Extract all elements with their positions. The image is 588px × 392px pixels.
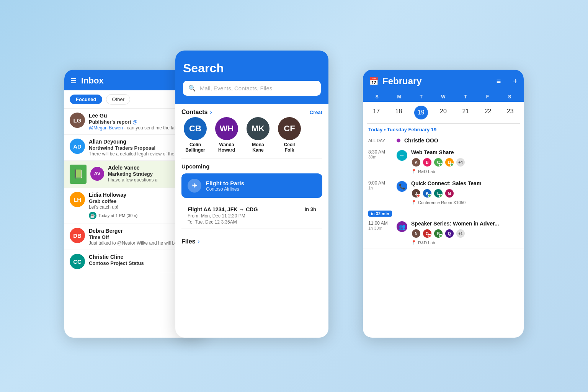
files-title: Files	[181, 238, 195, 245]
calendar-month-title: February	[382, 76, 493, 87]
search-screen: Search 🔍 Mail, Events, Contacts, Files C…	[175, 51, 328, 338]
calendar-plus-icon[interactable]: +	[513, 77, 518, 86]
avatar-mona: MK	[247, 117, 270, 140]
flight-icon: ✈	[188, 179, 201, 193]
contacts-chevron-icon[interactable]: ›	[210, 109, 212, 116]
search-placeholder: Mail, Events, Contacts, Files	[200, 85, 272, 91]
allday-event-christie[interactable]: ALL DAY Christie OOO	[363, 135, 524, 146]
book-icon: 📗	[70, 165, 87, 184]
search-header: Search 🔍 Mail, Events, Contacts, Files	[175, 51, 328, 104]
event-chip: ☕ Today at 1 PM (30m)	[89, 212, 137, 219]
avatar-christie: CC	[70, 254, 85, 269]
avatar-debra: DB	[70, 228, 85, 243]
contacts-section-title: Contacts	[181, 109, 207, 116]
flight-detail-title-text: Flight AA 1234, JFK → CDG	[188, 206, 258, 212]
upcoming-title: Upcoming	[181, 163, 322, 170]
contact-cecil[interactable]: CF CecilFolk	[276, 117, 303, 153]
calendar-weekdays: S M T W T F S	[363, 92, 524, 102]
avatar-lidia: LH	[70, 192, 85, 207]
quick-connect-icon: 📞	[397, 181, 407, 192]
calendar-dates: 17 18 19 20 21 22 23	[363, 102, 524, 123]
search-icon: 🔍	[188, 85, 196, 92]
event-quick-connect[interactable]: 9:00 AM 1h 📞 Quick Connect: Sales Team J…	[363, 177, 524, 208]
contact-name-cecil: CecilFolk	[284, 142, 295, 153]
flight-to: To: Tue, Dec 12 3:35AM	[188, 219, 316, 225]
speaker-series-icon: 👥	[397, 221, 407, 232]
mail-content-adele: AV Adele Vance Marketing Strategy I have…	[90, 165, 157, 183]
avatar-cecil: CF	[278, 117, 301, 140]
location-icon: 📍	[411, 169, 416, 174]
calendar-screen: 📅 February ≡ + S M T W T F S 17 18 19 20…	[363, 70, 524, 338]
coffee-icon: ☕	[89, 212, 96, 219]
flight-card[interactable]: ✈ Flight to Paris Contoso Airlines	[181, 173, 322, 198]
calendar-icon: 📅	[369, 77, 379, 86]
calendar-list-icon[interactable]: ≡	[497, 77, 501, 86]
today-date-cell[interactable]: 19	[414, 106, 428, 119]
contacts-row: CB ColinBallinger WH WandaHoward MK Mona…	[175, 117, 328, 158]
flight-in-time: In 3h	[305, 206, 316, 212]
contact-wanda[interactable]: WH WandaHoward	[213, 117, 240, 153]
web-team-avatars: A B C D +4	[411, 157, 518, 167]
contact-colin[interactable]: CB ColinBallinger	[181, 117, 209, 153]
today-label: Today • Tuesday February 19	[363, 124, 524, 135]
avatar-adele: AV	[90, 167, 104, 181]
avatar-lee-gu: LG	[70, 113, 85, 128]
flight-detail-row[interactable]: Flight AA 1234, JFK → CDG In 3h From: Mo…	[181, 203, 322, 229]
tab-other[interactable]: Other	[106, 94, 130, 105]
in-badge: in 32 min	[368, 211, 392, 217]
calendar-header: 📅 February ≡ +	[363, 70, 524, 92]
inbox-title: Inbox	[81, 76, 104, 86]
event-web-team-share[interactable]: 8:30 AM 30m ↔ Web Team Share A B C D +4 …	[363, 146, 524, 177]
flight-from: From: Mon, Dec 11 2:20 PM	[188, 213, 316, 219]
flight-card-subtitle: Contoso Airlines	[206, 186, 244, 192]
flight-card-title: Flight to Paris	[206, 180, 244, 186]
allday-dot	[397, 139, 400, 142]
files-section: Files ›	[175, 234, 328, 248]
event-speaker-series[interactable]: 11:00 AM 1h 30m 👥 Speaker Series: Women …	[363, 217, 524, 248]
search-bar[interactable]: 🔍 Mail, Events, Contacts, Files	[183, 81, 321, 96]
hamburger-icon[interactable]: ☰	[70, 77, 77, 85]
avatar-allan: AD	[70, 139, 85, 154]
create-button[interactable]: Creat	[310, 109, 322, 115]
search-title: Search	[183, 61, 321, 75]
upcoming-section: Upcoming ✈ Flight to Paris Contoso Airli…	[175, 158, 328, 234]
avatar-colin: CB	[184, 117, 207, 140]
tab-focused[interactable]: Focused	[70, 95, 102, 104]
files-chevron-icon[interactable]: ›	[198, 238, 199, 245]
contact-mona[interactable]: MK MonaKane	[244, 117, 272, 153]
web-team-icon: ↔	[397, 150, 407, 161]
avatar-wanda: WH	[215, 117, 238, 140]
